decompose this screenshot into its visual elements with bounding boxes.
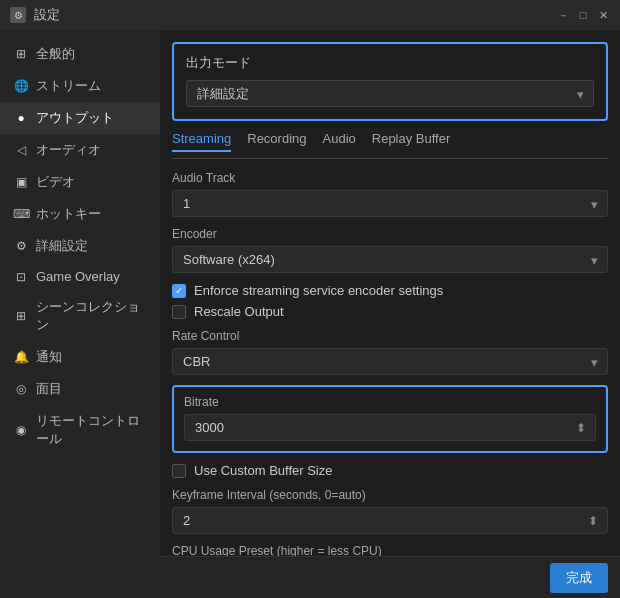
sidebar-label-audio: オーディオ bbox=[36, 141, 101, 159]
rescale-output-row[interactable]: Rescale Output bbox=[172, 304, 608, 319]
cpu-preset-label: CPU Usage Preset (higher = less CPU) bbox=[172, 544, 608, 556]
sidebar-label-general: 全般的 bbox=[36, 45, 75, 63]
encoder-select[interactable]: Software (x264) Hardware (NVENC) bbox=[172, 246, 608, 273]
keyframe-spinbox-wrapper bbox=[172, 507, 608, 534]
record-icon: ● bbox=[14, 111, 28, 125]
sidebar-item-appearance[interactable]: ◎ 面目 bbox=[0, 373, 160, 405]
sidebar-item-hotkeys[interactable]: ⌨ ホットキー bbox=[0, 198, 160, 230]
video-icon: ▣ bbox=[14, 175, 28, 189]
hotkey-icon: ⌨ bbox=[14, 207, 28, 221]
enforce-encoder-checkbox[interactable]: ✓ bbox=[172, 284, 186, 298]
globe-icon: 🌐 bbox=[14, 79, 28, 93]
rescale-output-checkbox[interactable] bbox=[172, 305, 186, 319]
sidebar-item-advanced[interactable]: ⚙ 詳細設定 bbox=[0, 230, 160, 262]
encoder-label: Encoder bbox=[172, 227, 608, 241]
sidebar-label-gameoverlay: Game Overlay bbox=[36, 269, 120, 284]
sidebar-item-general[interactable]: ⊞ 全般的 bbox=[0, 38, 160, 70]
remotecontrol-icon: ◉ bbox=[14, 423, 28, 437]
keyframe-input[interactable] bbox=[172, 507, 608, 534]
sidebar-item-gameoverlay[interactable]: ⊡ Game Overlay bbox=[0, 262, 160, 291]
bitrate-section: Bitrate bbox=[172, 385, 608, 453]
sidebar: ⊞ 全般的 🌐 ストリーム ● アウトプット ◁ オーディオ ▣ ビデオ ⌨ ホ… bbox=[0, 30, 160, 598]
tab-recording[interactable]: Recording bbox=[247, 131, 306, 152]
bitrate-input[interactable] bbox=[184, 414, 596, 441]
sidebar-label-stream: ストリーム bbox=[36, 77, 101, 95]
finish-button[interactable]: 完成 bbox=[550, 563, 608, 593]
sidebar-item-notification[interactable]: 🔔 通知 bbox=[0, 341, 160, 373]
keyframe-label: Keyframe Interval (seconds, 0=auto) bbox=[172, 488, 608, 502]
checkmark-icon: ✓ bbox=[175, 285, 183, 296]
title-bar: ⚙ 設定 － □ ✕ bbox=[0, 0, 620, 30]
keyframe-group: Keyframe Interval (seconds, 0=auto) bbox=[172, 488, 608, 534]
bitrate-label: Bitrate bbox=[184, 395, 596, 409]
audio-track-group: Audio Track 1 2 3 bbox=[172, 171, 608, 217]
audio-track-label: Audio Track bbox=[172, 171, 608, 185]
sidebar-item-video[interactable]: ▣ ビデオ bbox=[0, 166, 160, 198]
custom-buffer-row[interactable]: Use Custom Buffer Size bbox=[172, 463, 608, 478]
sidebar-item-remotecontrol[interactable]: ◉ リモートコントロール bbox=[0, 405, 160, 455]
sidebar-label-hotkeys: ホットキー bbox=[36, 205, 101, 223]
grid-icon: ⊞ bbox=[14, 47, 28, 61]
form-content: Audio Track 1 2 3 Encoder Software (x264… bbox=[160, 159, 620, 556]
app-icon: ⚙ bbox=[10, 7, 26, 23]
rate-control-select-wrapper: CBR VBR ABR bbox=[172, 348, 608, 375]
rescale-output-label: Rescale Output bbox=[194, 304, 284, 319]
rate-control-label: Rate Control bbox=[172, 329, 608, 343]
sidebar-label-output: アウトプット bbox=[36, 109, 114, 127]
sidebar-label-advanced: 詳細設定 bbox=[36, 237, 88, 255]
window-controls: － □ ✕ bbox=[556, 8, 610, 22]
main-layout: ⊞ 全般的 🌐 ストリーム ● アウトプット ◁ オーディオ ▣ ビデオ ⌨ ホ… bbox=[0, 30, 620, 598]
output-mode-select[interactable]: 詳細設定 シンプル bbox=[186, 80, 594, 107]
output-mode-select-wrapper: 詳細設定 シンプル bbox=[186, 80, 594, 107]
audio-track-select-wrapper: 1 2 3 bbox=[172, 190, 608, 217]
audio-icon: ◁ bbox=[14, 143, 28, 157]
gear-icon: ⚙ bbox=[14, 239, 28, 253]
output-mode-section: 出力モード 詳細設定 シンプル bbox=[172, 42, 608, 121]
tabs: Streaming Recording Audio Replay Buffer bbox=[172, 131, 608, 159]
encoder-select-wrapper: Software (x264) Hardware (NVENC) bbox=[172, 246, 608, 273]
tab-replaybuffer[interactable]: Replay Buffer bbox=[372, 131, 451, 152]
bitrate-spinbox-wrapper bbox=[184, 414, 596, 441]
tabs-area: Streaming Recording Audio Replay Buffer bbox=[160, 121, 620, 159]
enforce-encoder-label: Enforce streaming service encoder settin… bbox=[194, 283, 443, 298]
output-mode-label: 出力モード bbox=[186, 54, 594, 72]
maximize-button[interactable]: □ bbox=[576, 8, 590, 22]
sidebar-item-stream[interactable]: 🌐 ストリーム bbox=[0, 70, 160, 102]
custom-buffer-label: Use Custom Buffer Size bbox=[194, 463, 332, 478]
sidebar-label-remotecontrol: リモートコントロール bbox=[36, 412, 146, 448]
tab-streaming[interactable]: Streaming bbox=[172, 131, 231, 152]
rate-control-group: Rate Control CBR VBR ABR bbox=[172, 329, 608, 375]
audio-track-select[interactable]: 1 2 3 bbox=[172, 190, 608, 217]
title-bar-left: ⚙ 設定 bbox=[10, 6, 60, 24]
notification-icon: 🔔 bbox=[14, 350, 28, 364]
gameoverlay-icon: ⊡ bbox=[14, 270, 28, 284]
rate-control-select[interactable]: CBR VBR ABR bbox=[172, 348, 608, 375]
minimize-button[interactable]: － bbox=[556, 8, 570, 22]
sidebar-label-appearance: 面目 bbox=[36, 380, 62, 398]
scenecollection-icon: ⊞ bbox=[14, 309, 28, 323]
sidebar-item-audio[interactable]: ◁ オーディオ bbox=[0, 134, 160, 166]
encoder-group: Encoder Software (x264) Hardware (NVENC) bbox=[172, 227, 608, 273]
appearance-icon: ◎ bbox=[14, 382, 28, 396]
sidebar-item-output[interactable]: ● アウトプット bbox=[0, 102, 160, 134]
tab-audio[interactable]: Audio bbox=[323, 131, 356, 152]
sidebar-item-scenecollection[interactable]: ⊞ シーンコレクション bbox=[0, 291, 160, 341]
enforce-encoder-row[interactable]: ✓ Enforce streaming service encoder sett… bbox=[172, 283, 608, 298]
custom-buffer-checkbox[interactable] bbox=[172, 464, 186, 478]
close-button[interactable]: ✕ bbox=[596, 8, 610, 22]
sidebar-label-video: ビデオ bbox=[36, 173, 75, 191]
window-title: 設定 bbox=[34, 6, 60, 24]
sidebar-label-notification: 通知 bbox=[36, 348, 62, 366]
content-area: 出力モード 詳細設定 シンプル Streaming Recording Audi… bbox=[160, 30, 620, 598]
footer: 完成 bbox=[160, 556, 620, 598]
sidebar-label-scenecollection: シーンコレクション bbox=[36, 298, 146, 334]
cpu-preset-group: CPU Usage Preset (higher = less CPU) ver… bbox=[172, 544, 608, 556]
